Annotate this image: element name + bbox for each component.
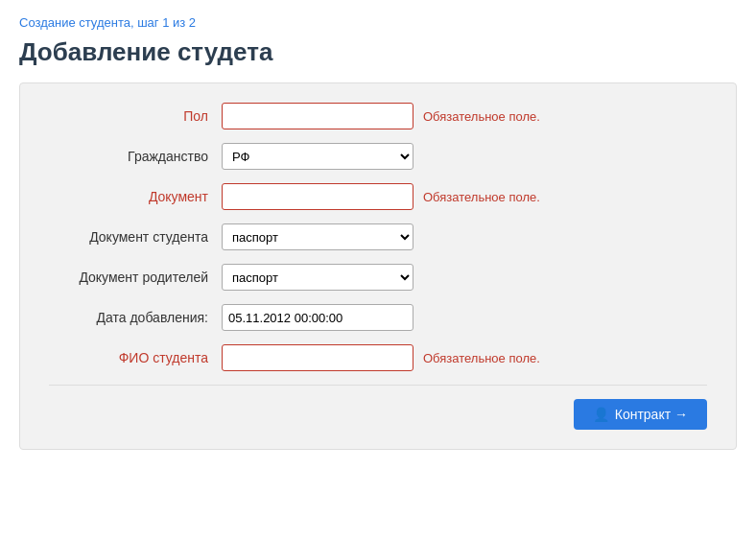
input-fio-studenta[interactable] xyxy=(222,344,413,371)
form-row-grazhdanstvo: Гражданство РФ Другое xyxy=(49,143,707,170)
error-pol: Обязательное поле. xyxy=(423,109,540,124)
submit-button-label: Контракт → xyxy=(615,407,688,422)
input-data-dobavleniya[interactable] xyxy=(222,304,413,331)
select-dokument-studenta[interactable]: паспорт другой xyxy=(222,223,413,250)
form-row-dokument-roditeley: Документ родителей паспорт другой xyxy=(49,264,707,291)
label-grazhdanstvo: Гражданство xyxy=(49,149,222,164)
label-dokument-studenta: Документ студента xyxy=(49,229,222,245)
page-wrapper: Создание студента, шаг 1 из 2 Добавление… xyxy=(0,0,756,465)
submit-button[interactable]: 👤 Контракт → xyxy=(574,399,707,430)
form-row-dokument-studenta: Документ студента паспорт другой xyxy=(49,223,707,250)
error-dokument: Обязательное поле. xyxy=(423,190,540,204)
label-fio-studenta: ФИО студента xyxy=(49,350,222,365)
form-actions: 👤 Контракт → xyxy=(49,385,707,430)
input-dokument[interactable] xyxy=(222,183,413,210)
form-row-data-dobavleniya: Дата добавления: xyxy=(49,304,707,331)
select-dokument-roditeley[interactable]: паспорт другой xyxy=(222,264,413,291)
breadcrumb[interactable]: Создание студента, шаг 1 из 2 xyxy=(19,15,737,30)
label-dokument: Документ xyxy=(49,189,222,204)
label-pol: Пол xyxy=(49,108,222,124)
error-fio-studenta: Обязательное поле. xyxy=(423,351,540,365)
person-icon: 👤 xyxy=(593,407,609,422)
input-pol[interactable] xyxy=(222,103,413,129)
page-title: Добавление студета xyxy=(19,37,737,67)
select-grazhdanstvo[interactable]: РФ Другое xyxy=(222,143,413,170)
form-row-dokument: Документ Обязательное поле. xyxy=(49,183,707,210)
form-container: Пол Обязательное поле. Гражданство РФ Др… xyxy=(19,82,737,450)
form-row-fio-studenta: ФИО студента Обязательное поле. xyxy=(49,344,707,371)
label-data-dobavleniya: Дата добавления: xyxy=(49,310,222,325)
form-row-pol: Пол Обязательное поле. xyxy=(49,103,707,129)
label-dokument-roditeley: Документ родителей xyxy=(49,270,222,285)
